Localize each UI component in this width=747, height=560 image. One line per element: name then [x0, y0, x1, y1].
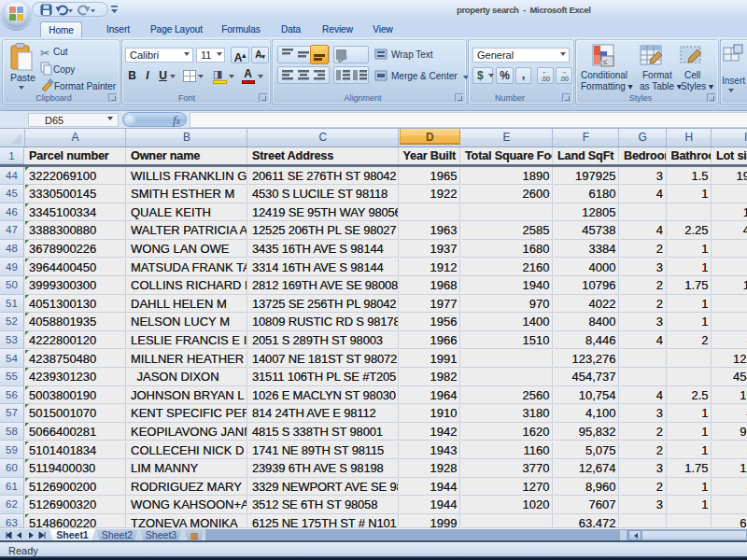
svg-text:Format Painter: Format Painter [54, 81, 117, 91]
svg-text:≤: ≤ [603, 58, 608, 66]
svg-text:Cut: Cut [53, 47, 68, 57]
svg-text:Paste: Paste [10, 72, 35, 83]
svg-text:Wrap Text: Wrap Text [391, 49, 433, 60]
svg-text:Merge & Center: Merge & Center [391, 71, 458, 81]
svg-text:Styles ▾: Styles ▾ [681, 81, 713, 91]
svg-text:Conditional: Conditional [581, 70, 627, 80]
svg-text:Cell: Cell [684, 70, 700, 80]
svg-text:Format: Format [642, 70, 672, 80]
svg-text:Formatting ▾: Formatting ▾ [581, 81, 633, 91]
svg-text:✂: ✂ [40, 47, 49, 60]
svg-text:as Table ▾: as Table ▾ [640, 81, 682, 91]
svg-text:Copy: Copy [53, 64, 75, 75]
